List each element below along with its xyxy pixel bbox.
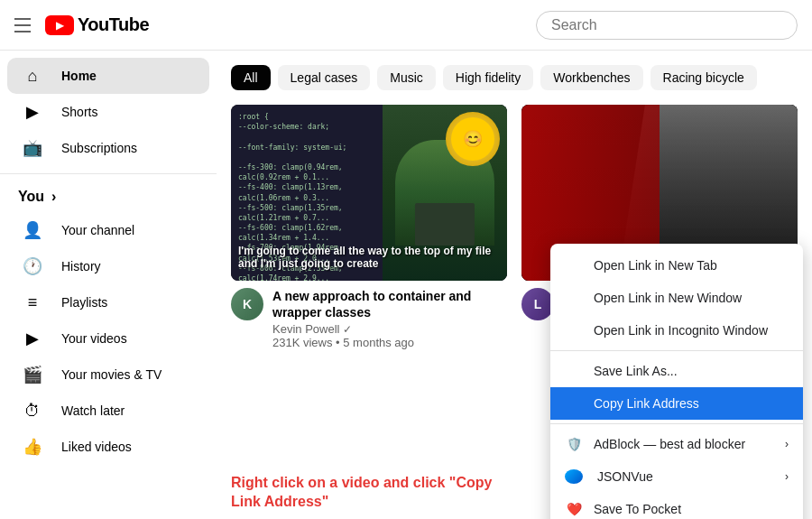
context-open-new-window[interactable]: Open Link in New Window xyxy=(550,282,803,314)
search-bar xyxy=(536,11,798,40)
header: YouTube xyxy=(0,0,812,51)
playlists-label: Playlists xyxy=(61,295,107,310)
movies-label: Your movies & TV xyxy=(61,367,161,382)
liked-videos-icon: 👍 xyxy=(22,437,43,457)
subscriptions-label: Subscriptions xyxy=(61,141,137,155)
sidebar-item-liked-videos[interactable]: 👍 Liked videos xyxy=(7,429,209,465)
your-videos-label: Your videos xyxy=(61,331,127,346)
ctx-arrow-adblock: › xyxy=(785,438,789,450)
filter-chip-legal-cases[interactable]: Legal cases xyxy=(278,65,371,90)
context-jsonvue[interactable]: JSONVue › xyxy=(550,460,803,493)
context-divider-1 xyxy=(550,350,803,351)
avatar-img-2: L xyxy=(521,288,554,320)
tutorial-text: Right click on a video and click "Copy L… xyxy=(231,474,518,512)
sidebar-item-subscriptions[interactable]: 📺 Subscriptions xyxy=(7,130,209,166)
you-section[interactable]: You › xyxy=(0,181,217,212)
sidebar-item-home[interactable]: ⌂ Home xyxy=(7,58,209,94)
filter-chip-workbenches[interactable]: Workbenches xyxy=(540,65,642,90)
movies-icon: 🎬 xyxy=(22,365,43,385)
youtube-icon xyxy=(45,15,74,35)
watch-later-icon: ⏱ xyxy=(22,402,43,421)
home-icon: ⌂ xyxy=(22,67,43,86)
your-videos-icon: ▶ xyxy=(22,329,43,348)
context-save-link[interactable]: Save Link As... xyxy=(550,355,803,387)
ctx-arrow-jsonvue: › xyxy=(785,470,789,483)
hamburger-menu[interactable] xyxy=(14,18,31,32)
you-label: You xyxy=(18,189,44,205)
sidebar-item-history[interactable]: 🕐 History xyxy=(7,248,209,284)
sidebar: ⌂ Home ▶ Shorts 📺 Subscriptions You › 👤 … xyxy=(0,51,217,519)
sidebar-item-your-videos[interactable]: ▶ Your videos xyxy=(7,320,209,357)
search-input[interactable] xyxy=(551,17,782,33)
search-area xyxy=(536,11,798,40)
filter-chip-all[interactable]: All xyxy=(231,65,271,90)
avatar-img-1: K xyxy=(231,288,263,320)
video-meta-1: 231K views • 5 months ago xyxy=(272,336,507,349)
avatar-1: K xyxy=(231,288,263,320)
home-label: Home xyxy=(61,69,97,83)
avatar-2: L xyxy=(521,288,554,320)
shorts-label: Shorts xyxy=(61,105,97,119)
sidebar-item-watch-later[interactable]: ⏱ Watch later xyxy=(7,393,209,429)
filter-chips: AllLegal casesMusicHigh fidelityWorkbenc… xyxy=(231,65,798,90)
sidebar-item-movies[interactable]: 🎬 Your movies & TV xyxy=(7,357,209,393)
context-adblock[interactable]: 🛡️ AdBlock — best ad blocker › xyxy=(550,428,803,460)
thumbnail-1: :root { --color-scheme: dark; --font-fam… xyxy=(231,105,507,281)
filter-chip-music[interactable]: Music xyxy=(377,65,436,90)
liked-videos-label: Liked videos xyxy=(61,440,132,454)
context-open-incognito[interactable]: Open Link in Incognito Window xyxy=(550,314,803,347)
ctx-icon-adblock: 🛡️ xyxy=(565,437,583,451)
verified-icon-1: ✓ xyxy=(343,323,352,336)
tutorial-overlay: Right click on a video and click "Copy L… xyxy=(217,467,532,519)
filter-chip-high-fidelity[interactable]: High fidelity xyxy=(443,65,533,90)
video-details-1: A new approach to container and wrapper … xyxy=(272,288,507,349)
context-open-new-tab[interactable]: Open Link in New Tab xyxy=(550,249,803,282)
history-label: History xyxy=(61,259,101,273)
sidebar-item-shorts[interactable]: ▶ Shorts xyxy=(7,94,209,130)
sidebar-item-your-channel[interactable]: 👤 Your channel xyxy=(7,212,209,248)
video-card-1[interactable]: :root { --color-scheme: dark; --font-fam… xyxy=(231,105,507,349)
code-thumbnail: :root { --color-scheme: dark; --font-fam… xyxy=(231,105,507,281)
header-left: YouTube xyxy=(14,14,149,35)
context-copy-link[interactable]: Copy Link Address xyxy=(550,387,803,420)
history-icon: 🕐 xyxy=(22,256,43,276)
watch-later-label: Watch later xyxy=(61,403,125,418)
youtube-logo[interactable]: YouTube xyxy=(45,14,149,35)
your-channel-icon: 👤 xyxy=(22,220,43,240)
your-channel-label: Your channel xyxy=(61,223,134,237)
context-pocket[interactable]: ❤️ Save To Pocket xyxy=(550,493,803,519)
shorts-icon: ▶ xyxy=(22,102,43,122)
video-channel-1: Kevin Powell ✓ xyxy=(272,322,507,336)
logo-text: YouTube xyxy=(78,14,149,35)
filter-chip-racing-bicycle[interactable]: Racing bicycle xyxy=(651,65,757,90)
video-title-1: A new approach to container and wrapper … xyxy=(272,288,507,320)
subscriptions-icon: 📺 xyxy=(22,138,43,158)
video-info-1: K A new approach to container and wrappe… xyxy=(231,288,507,349)
playlists-icon: ≡ xyxy=(22,293,43,312)
you-arrow: › xyxy=(51,189,56,205)
video-overlay: I'm going to come all the way to the top… xyxy=(238,245,500,270)
sidebar-divider-1 xyxy=(0,173,217,174)
ctx-icon-pocket: ❤️ xyxy=(565,502,583,516)
context-menu: Open Link in New Tab Open Link in New Wi… xyxy=(550,244,803,519)
ctx-icon-jsonvue xyxy=(565,469,583,484)
context-divider-2 xyxy=(550,423,803,424)
sidebar-item-playlists[interactable]: ≡ Playlists xyxy=(7,284,209,320)
